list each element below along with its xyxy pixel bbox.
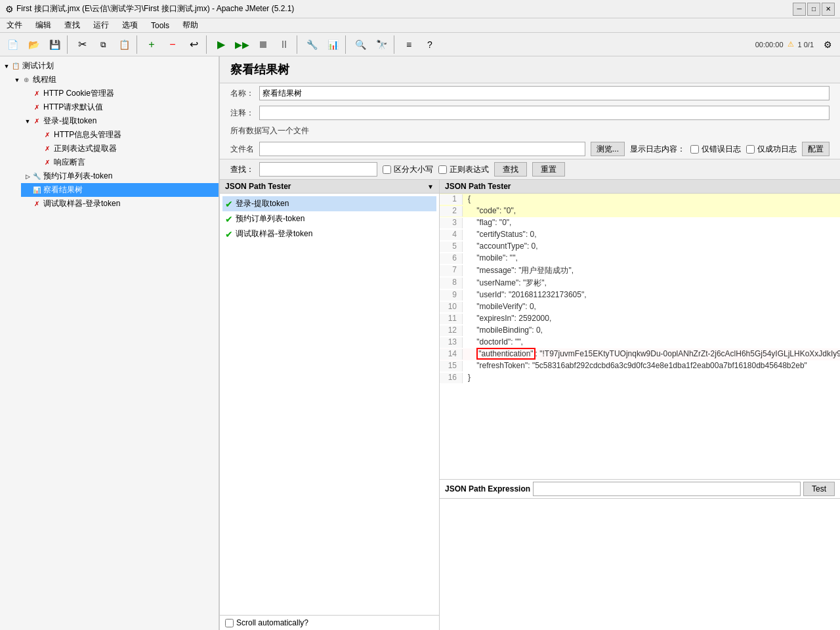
tree-item-thread-group[interactable]: ▼ ⊕ 线程组 <box>10 73 219 87</box>
tree-item-http-header[interactable]: ▷ ✗ HTTP信息头管理器 <box>32 128 219 142</box>
menu-run[interactable]: 运行 <box>89 18 113 32</box>
line-num-4: 4 <box>440 230 463 240</box>
line-num-2: 2 <box>440 206 463 217</box>
case-sensitive-checkbox[interactable] <box>383 165 391 174</box>
regex-extractor-icon: ✗ <box>42 144 52 154</box>
menu-file[interactable]: 文件 <box>3 18 26 32</box>
all-data-label: 所有数据写入一个文件 <box>230 125 309 136</box>
json-line-16: 16 } <box>440 372 840 384</box>
comment-input[interactable] <box>259 106 830 120</box>
line-content-6: "mobile": "", <box>463 253 518 264</box>
tree-item-http-defaults[interactable]: ▷ ✗ HTTP请求默认值 <box>21 100 219 114</box>
scroll-auto-checkbox[interactable] <box>225 619 234 627</box>
json-list-item-1[interactable]: ✔ 预约订单列表-token <box>222 211 436 226</box>
tree-arrow-login[interactable]: ▼ <box>24 117 32 125</box>
line-content-15: "refreshToken": "5c58316abf292cdcbd6a3c9… <box>463 361 807 371</box>
tb-cut[interactable]: ✂ <box>72 35 92 54</box>
json-content[interactable]: 1 { 2 "code": "0", 3 "flag": "0", <box>440 194 840 479</box>
line-num-13: 13 <box>440 337 463 348</box>
success-log-checkbox[interactable] <box>746 145 755 154</box>
reset-button[interactable]: 重置 <box>532 162 565 177</box>
name-label: 名称： <box>230 88 254 99</box>
browse-button[interactable]: 测览... <box>591 142 625 156</box>
tb-open[interactable]: 📂 <box>24 35 43 54</box>
tb-run[interactable]: ▶ <box>211 35 231 54</box>
tree-label-thread-group: 线程组 <box>33 74 56 85</box>
line-num-14: 14 <box>440 349 463 360</box>
tree-item-test-plan[interactable]: ▼ 📋 测试计划 <box>0 59 219 73</box>
error-log-check-row: 仅错误日志 <box>690 144 741 155</box>
json-path-input[interactable] <box>533 482 801 496</box>
tb-settings[interactable]: ⚙ <box>818 35 837 54</box>
app-icon: ⚙ <box>5 4 14 14</box>
tb-search[interactable]: 🔍 <box>350 35 370 54</box>
tb-help[interactable]: ? <box>420 35 440 54</box>
check-icon-0: ✔ <box>225 199 233 209</box>
file-row: 文件名 测览... 显示日志内容： 仅错误日志 仅成功日志 配置 <box>220 139 840 159</box>
json-line-8: 8 "userName": "罗彬", <box>440 277 840 289</box>
tb-new[interactable]: 📄 <box>3 35 22 54</box>
tb-stop-now[interactable]: ⏸ <box>274 35 294 54</box>
tree-arrow-plan[interactable]: ▼ <box>3 62 10 70</box>
tb-list[interactable]: ≡ <box>399 35 419 54</box>
tb-save[interactable]: 💾 <box>45 35 64 54</box>
json-line-14: 14 "authentication": "!T97juvmFe15EKtyTU… <box>440 348 840 360</box>
tb-remove[interactable]: − <box>163 35 182 54</box>
tree-item-view-results[interactable]: ▷ 📊 察看结果树 <box>21 183 219 197</box>
tree-item-booking-list[interactable]: ▷ 🔧 预约订单列表-token <box>21 169 219 183</box>
tb-back[interactable]: ↩ <box>184 35 203 54</box>
tree-label-login-token: 登录-提取token <box>43 116 96 127</box>
close-button[interactable]: ✕ <box>822 3 835 16</box>
json-line-11: 11 "expiresIn": 2592000, <box>440 313 840 325</box>
line-content-1: { <box>463 194 471 205</box>
search-input[interactable] <box>259 162 377 177</box>
regex-checkbox[interactable] <box>438 165 447 174</box>
tb-zoom[interactable]: 🔭 <box>371 35 391 54</box>
success-log-check-row: 仅成功日志 <box>746 144 797 155</box>
tb-script[interactable]: 🔧 <box>302 35 322 54</box>
maximize-button[interactable]: □ <box>807 3 820 16</box>
error-log-label: 仅错误日志 <box>702 144 741 155</box>
line-num-12: 12 <box>440 326 463 336</box>
tree-label-booking-list: 预约订单列表-token <box>43 171 112 182</box>
toolbar: 📄 📂 💾 ✂ ⧉ 📋 + − ↩ ▶ ▶▶ ⏹ ⏸ 🔧 📊 🔍 🔭 ≡ ? 0… <box>0 33 840 56</box>
tb-monitor[interactable]: 📊 <box>323 35 343 54</box>
tree-arrow-booking[interactable]: ▷ <box>24 173 32 180</box>
minimize-button[interactable]: ─ <box>793 3 806 16</box>
debug-sampler-icon: ✗ <box>32 199 42 209</box>
line-content-8: "userName": "罗彬", <box>463 278 547 289</box>
file-input[interactable] <box>259 142 585 156</box>
tb-copy[interactable]: ⧉ <box>93 35 113 54</box>
menu-options[interactable]: 选项 <box>118 18 142 32</box>
menu-edit[interactable]: 编辑 <box>32 18 55 32</box>
json-list-item-0[interactable]: ✔ 登录-提取token <box>222 196 436 211</box>
menu-tools[interactable]: Tools <box>147 20 173 32</box>
tree-label-regex-extractor: 正则表达式提取器 <box>54 143 117 154</box>
title-bar-controls: ─ □ ✕ <box>793 3 835 16</box>
json-list-item-2[interactable]: ✔ 调试取样器-登录token <box>222 226 436 242</box>
config-button[interactable]: 配置 <box>802 142 830 156</box>
tree-item-debug-sampler[interactable]: ▷ ✗ 调试取样器-登录token <box>21 197 219 211</box>
line-num-9: 9 <box>440 290 463 301</box>
tree-arrow-thread[interactable]: ▼ <box>13 76 21 84</box>
check-icon-1: ✔ <box>225 214 233 224</box>
error-log-checkbox[interactable] <box>690 145 699 154</box>
tree-item-http-cookie[interactable]: ▷ ✗ HTTP Cookie管理器 <box>21 87 219 100</box>
test-button[interactable]: Test <box>803 482 835 496</box>
case-sensitive-label: 区分大小写 <box>394 164 433 175</box>
tb-add[interactable]: + <box>142 35 161 54</box>
name-input[interactable] <box>259 86 830 100</box>
tree-item-login-token[interactable]: ▼ ✗ 登录-提取token <box>21 114 219 128</box>
line-content-5: "accountType": 0, <box>463 242 538 252</box>
line-num-8: 8 <box>440 278 463 289</box>
menu-search[interactable]: 查找 <box>60 18 84 32</box>
tb-paste[interactable]: 📋 <box>114 35 134 54</box>
find-button[interactable]: 查找 <box>494 162 527 177</box>
tree-item-regex-extractor[interactable]: ▷ ✗ 正则表达式提取器 <box>32 142 219 156</box>
menu-help[interactable]: 帮助 <box>178 18 202 32</box>
json-path-tester-title: JSON Path Tester <box>225 182 291 191</box>
dropdown-arrow[interactable]: ▼ <box>427 183 434 190</box>
tb-run-all[interactable]: ▶▶ <box>232 35 252 54</box>
tree-item-response-assert[interactable]: ▷ ✗ 响应断言 <box>32 156 219 169</box>
tb-stop[interactable]: ⏹ <box>253 35 273 54</box>
